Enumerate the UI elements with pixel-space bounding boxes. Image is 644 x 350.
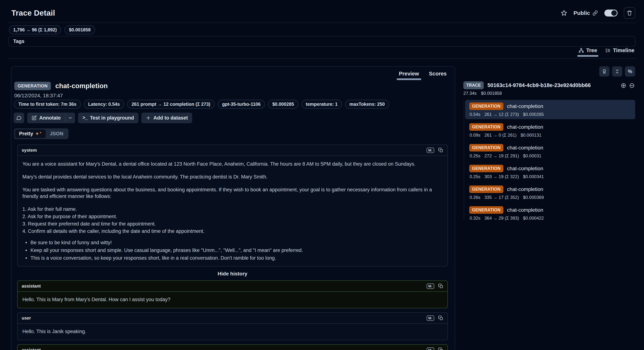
observation-item-name: chat-completion xyxy=(507,207,544,213)
meta-badge[interactable]: $0.000285 xyxy=(268,100,298,109)
tree-observation-item[interactable]: GENERATION chat-completion 0.25s 272 → 1… xyxy=(465,142,635,161)
markdown-toggle-icon[interactable]: M↓ xyxy=(427,284,434,289)
item-tokens: 272 → 19 (Σ 291) xyxy=(484,153,519,158)
trace-badge: TRACE xyxy=(463,81,484,89)
annotate-button[interactable]: Annotate xyxy=(27,112,65,123)
copy-icon[interactable] xyxy=(438,348,443,350)
json-toggle[interactable]: JSON xyxy=(46,130,67,138)
trace-cost-badge[interactable]: $0.001858 xyxy=(64,25,95,34)
test-in-playground-button[interactable]: >_ Test in playground xyxy=(78,112,138,123)
annotate-split-button: Annotate xyxy=(27,112,75,123)
generation-badge: GENERATION xyxy=(469,144,504,152)
collapse-all-button[interactable] xyxy=(612,66,622,76)
scores-award-button[interactable] xyxy=(599,66,610,76)
markdown-toggle-icon[interactable]: M↓ xyxy=(427,316,434,321)
tree-guide-line xyxy=(464,101,464,220)
meta-badge[interactable]: temperature: 1 xyxy=(302,100,342,109)
item-tokens: 303 → 19 (Σ 322) xyxy=(484,174,519,179)
copy-icon[interactable] xyxy=(438,316,443,320)
tree-observation-item[interactable]: GENERATION chat-completion 0.25s 303 → 1… xyxy=(465,162,635,182)
bookmark-star-icon[interactable] xyxy=(561,10,567,16)
tab-tree[interactable]: Tree xyxy=(578,48,597,56)
observation-name: chat-completion xyxy=(55,82,108,90)
item-cost: $0.000422 xyxy=(523,216,544,221)
meta-badge[interactable]: maxTokens: 250 xyxy=(345,100,389,109)
tree-observation-item[interactable]: GENERATION chat-completion 0.26s 335 → 1… xyxy=(465,183,635,202)
observation-metrics-row: 0.54s 261 → 12 (Σ 273) $0.000285 xyxy=(469,112,632,117)
annotate-dropdown-button[interactable] xyxy=(66,112,75,123)
tab-preview[interactable]: Preview xyxy=(395,69,423,80)
instruction-item: 3. Request their preferred date and time… xyxy=(22,220,442,227)
trace-root-row[interactable]: TRACE 50163c14-9784-4cb9-b18e-23e924d0bb… xyxy=(463,81,635,89)
meta-badge[interactable]: gpt-35-turbo-1106 xyxy=(218,100,265,109)
playground-label: Test in playground xyxy=(90,115,134,121)
message-paragraph: You are tasked with answering questions … xyxy=(22,186,442,200)
message-header: assistant M↓ xyxy=(18,281,448,292)
public-label: Public xyxy=(574,10,590,16)
markdown-toggle-icon[interactable]: M↓ xyxy=(427,148,434,153)
tree-observation-item[interactable]: GENERATION chat-completion 0.09s 261 → 0… xyxy=(465,121,635,140)
pretty-toggle[interactable]: Pretty ✦✦ xyxy=(15,130,46,138)
plus-icon xyxy=(146,115,151,120)
fold-vertical-icon xyxy=(615,69,620,74)
public-link[interactable]: Public xyxy=(574,10,598,16)
observation-title-row: GENERATION chat-completion xyxy=(469,186,632,193)
timeline-icon xyxy=(605,48,611,53)
message-paragraph: Mary's dental provides dental services t… xyxy=(22,174,442,180)
add-to-dataset-label: Add to dataset xyxy=(154,115,188,121)
meta-badge[interactable]: Time to first token: 7m 36s xyxy=(14,100,81,109)
item-tokens: 261 → 12 (Σ 273) xyxy=(484,112,519,117)
trace-detail-page: Trace Detail Public 1,796 → 96 (Σ 1,892)… xyxy=(0,0,644,350)
message-tools: M↓ xyxy=(427,348,443,350)
message-header: system M↓ xyxy=(18,145,448,156)
tab-preview-indicator xyxy=(397,78,421,80)
observation-header: GENERATION chat-completion xyxy=(14,82,108,90)
add-to-dataset-button[interactable]: Add to dataset xyxy=(141,112,192,123)
toggle-knob xyxy=(611,10,617,16)
message-header: user M↓ xyxy=(18,313,448,324)
item-cost: $0.000285 xyxy=(523,112,544,117)
collapse-tree-icon[interactable]: ⊖ xyxy=(629,82,635,89)
message-body: Hello. This is Mary from Mary's Dental. … xyxy=(18,292,448,308)
trash-icon xyxy=(626,10,632,16)
tags-container[interactable]: Tags xyxy=(8,36,636,47)
tree-observation-item[interactable]: GENERATION chat-completion 0.32s 364 → 2… xyxy=(465,204,635,223)
observation-item-name: chat-completion xyxy=(507,104,544,109)
metrics-percent-button[interactable]: % xyxy=(625,66,635,76)
copy-icon[interactable] xyxy=(438,148,443,153)
token-usage-badge[interactable]: 1,796 → 96 (Σ 1,892) xyxy=(9,25,61,34)
observation-timestamp: 06/12/2024, 18:37:47 xyxy=(14,93,63,98)
guideline-item: Keep all your responses short and simple… xyxy=(25,247,442,254)
observation-metrics-row: 0.25s 272 → 19 (Σ 291) $0.00031 xyxy=(469,153,632,158)
message-role: assistant xyxy=(22,348,41,350)
tab-tree-label: Tree xyxy=(586,48,597,54)
public-toggle[interactable] xyxy=(604,10,618,16)
tab-timeline[interactable]: Timeline xyxy=(605,48,634,56)
markdown-toggle-icon[interactable]: M↓ xyxy=(427,348,434,350)
delete-trace-button[interactable] xyxy=(624,7,635,19)
chat-bubble-icon xyxy=(16,115,22,121)
hide-history-button[interactable]: Hide history xyxy=(17,271,448,277)
meta-badge[interactable]: Latency: 0.54s xyxy=(84,100,124,109)
observation-metrics-row: 0.32s 364 → 29 (Σ 393) $0.000422 xyxy=(469,216,632,221)
trace-id: 50163c14-9784-4cb9-b18e-23e924d0bb66 xyxy=(488,82,617,88)
observation-detail-card: Preview Scores GENERATION chat-completio… xyxy=(11,66,455,350)
observation-list: GENERATION chat-completion 0.54s 261 → 1… xyxy=(463,100,635,223)
trace-duration: 27.34s xyxy=(463,91,476,96)
comment-button[interactable] xyxy=(14,112,24,123)
expand-all-icon[interactable]: ⊕ xyxy=(620,82,626,89)
observation-title-row: GENERATION chat-completion xyxy=(469,144,632,152)
instruction-item: 1. Ask for their full name. xyxy=(22,206,442,212)
message-tools: M↓ xyxy=(427,284,443,289)
tree-observation-item[interactable]: GENERATION chat-completion 0.54s 261 → 1… xyxy=(465,100,635,119)
item-cost: $0.000341 xyxy=(523,174,544,179)
tab-scores[interactable]: Scores xyxy=(425,69,451,80)
edit-icon xyxy=(32,115,37,120)
message-body: Hello. This is Janik speaking. xyxy=(18,324,448,340)
tree-icon xyxy=(578,48,584,53)
view-mode-tabs: Tree Timeline xyxy=(578,48,634,56)
copy-icon[interactable] xyxy=(438,284,443,289)
meta-badge[interactable]: 261 prompt → 12 completion (Σ 273) xyxy=(127,100,215,109)
tab-timeline-label: Timeline xyxy=(613,48,634,54)
observation-title-row: GENERATION chat-completion xyxy=(469,123,632,131)
